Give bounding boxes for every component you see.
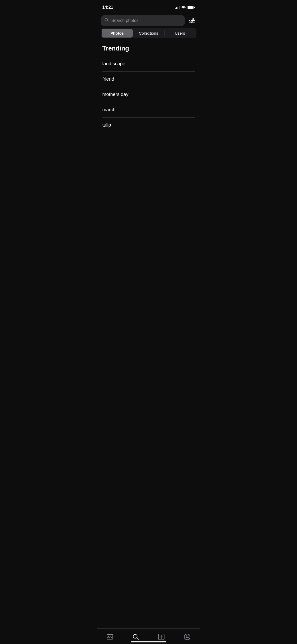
trending-title: Trending bbox=[102, 45, 195, 52]
search-icon bbox=[105, 18, 109, 23]
trending-section: Trending land scape friend mothers day m… bbox=[97, 38, 200, 133]
tab-users[interactable]: Users bbox=[164, 29, 196, 38]
search-bar[interactable]: Search photos bbox=[101, 15, 185, 26]
svg-point-5 bbox=[190, 20, 191, 21]
svg-line-1 bbox=[107, 21, 109, 22]
list-item[interactable]: mothers day bbox=[102, 87, 195, 102]
list-item[interactable]: friend bbox=[102, 72, 195, 87]
tabs-container: Photos Collections Users bbox=[101, 28, 196, 38]
wifi-icon bbox=[181, 6, 186, 9]
search-placeholder: Search photos bbox=[111, 18, 139, 23]
list-item[interactable]: march bbox=[102, 102, 195, 118]
search-container: Search photos bbox=[97, 13, 200, 28]
tab-collections[interactable]: Collections bbox=[133, 29, 164, 38]
signal-icon bbox=[175, 6, 180, 9]
status-icons bbox=[175, 6, 195, 9]
status-time: 14:21 bbox=[102, 5, 113, 10]
trending-list: land scape friend mothers day march tuli… bbox=[102, 56, 195, 133]
list-item[interactable]: tulip bbox=[102, 118, 195, 133]
battery-icon bbox=[187, 6, 195, 9]
filter-icon bbox=[189, 18, 195, 23]
status-bar: 14:21 bbox=[97, 0, 200, 13]
svg-point-7 bbox=[191, 22, 193, 23]
list-item[interactable]: land scape bbox=[102, 56, 195, 72]
filter-button[interactable] bbox=[187, 17, 196, 25]
tab-photos[interactable]: Photos bbox=[102, 29, 133, 38]
svg-point-3 bbox=[192, 19, 194, 20]
